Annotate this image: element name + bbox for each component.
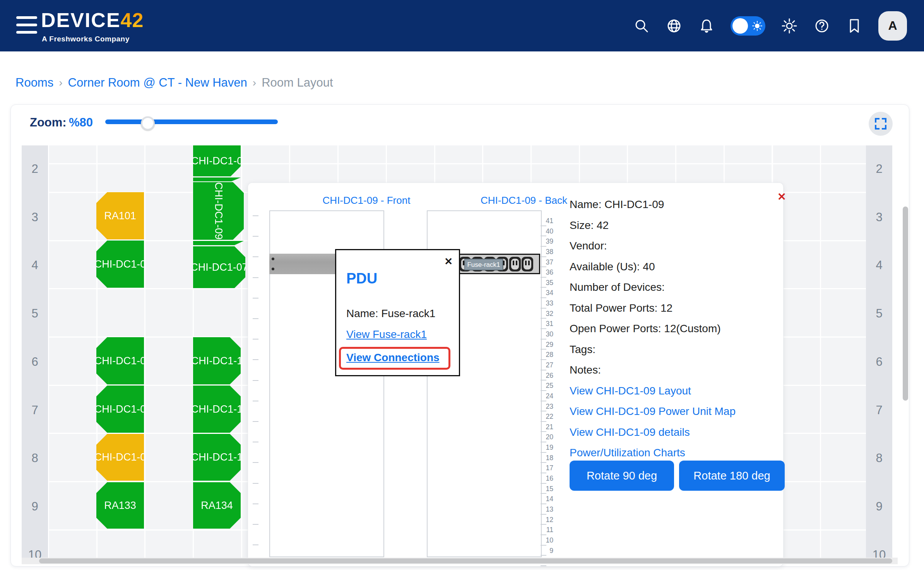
popup-title: PDU [346,270,377,287]
row-numbers-right: 2345678910 [866,145,892,560]
unit-number: 10 [542,535,555,546]
device42-logo[interactable]: DEVICE42 [41,10,144,30]
grid-row-number: 2 [22,162,48,176]
help-icon[interactable] [813,17,830,34]
unit-number: 13 [542,504,555,515]
rack-label: RA101 [104,210,136,222]
rack-label: CHI-DC1-07 [190,261,248,273]
vertical-scrollbar-thumb[interactable] [903,206,908,401]
unit-number: 41 [542,216,555,226]
info-link-0[interactable]: View CHI-DC1-09 Layout [570,385,691,398]
rack-chi-dc1-0[interactable]: CHI-DC1-0 [96,386,144,433]
breadcrumb-item-1[interactable]: Corner Room @ CT - New Haven [68,76,247,90]
popup-device-name: Name: Fuse-rack1 [346,307,435,320]
unit-number: 40 [542,226,555,237]
rack-detail-panel: CHI-DC1-09 - Front CHI-DC1-09 - Back 414… [248,183,783,566]
zoom-value: %80 [69,116,93,130]
unit-number: 28 [542,350,555,360]
info-field: Size: 42 [570,219,609,232]
unit-number: 35 [542,278,555,288]
grid-row-number: 6 [866,355,892,369]
pdu-device-tag: Fuse-rack1 [464,259,503,270]
grid-row-number: 5 [22,307,48,321]
rack-chi-dc1-1[interactable]: CHI-DC1-1 [193,386,241,433]
rack-label: CHI-DC1-1 [191,451,243,463]
zoom-slider[interactable] [105,119,278,124]
power-outlet-icon [509,257,521,271]
grid-row-number: 8 [22,451,48,465]
view-fuse-rack1-link[interactable]: View Fuse-rack1 [346,328,427,341]
bookmark-icon[interactable] [846,17,863,34]
rack-label: CHI-DC1-0 [94,403,146,415]
unit-number: 11 [542,525,555,535]
rotate-180-button[interactable]: Rotate 180 deg [679,461,785,491]
rack-chi-dc1-07[interactable]: CHI-DC1-07 [193,246,245,288]
unit-number: 18 [542,453,555,463]
breadcrumb-separator: › [253,77,256,89]
rack-chi-dc1-09[interactable]: CHI-DC1-09 [193,182,244,240]
grid-row-number: 5 [866,307,892,321]
rotate-90-button[interactable]: Rotate 90 deg [570,461,674,491]
device42-room-layout-page: DEVICE42 A Freshworks Company [0,0,924,570]
fullscreen-button[interactable] [869,112,893,136]
logo-brand: DEVICE [41,9,121,31]
rack-ra133[interactable]: RA133 [96,482,144,529]
info-panel-close-icon[interactable]: ✕ [777,191,786,203]
rack-label: RA134 [201,500,233,512]
rack-label: CHI-DC1-09 [212,182,224,240]
unit-number: 9 [542,546,555,556]
toggle-knob-icon [732,18,748,34]
popup-close-icon[interactable]: ✕ [444,256,453,268]
horizontal-scrollbar-thumb[interactable] [39,558,892,563]
info-field: Name: CHI-DC1-09 [570,198,664,212]
rack-chi-dc1-0[interactable]: CHI-DC1-0 [96,434,144,481]
info-link-1[interactable]: View CHI-DC1-09 Power Unit Map [570,405,736,418]
unit-number: 21 [542,422,555,432]
unit-number: 39 [542,236,555,247]
rack-label: CHI-DC1-0 [94,355,146,367]
navbar-icon-group: A [633,0,907,51]
horizontal-scrollbar[interactable] [22,558,898,564]
unit-number: 38 [542,247,555,257]
grid-row-number: 3 [22,210,48,224]
zoom-label: Zoom: [30,116,67,130]
info-field: Notes: [570,364,601,377]
rack-chi-dc1-0[interactable]: CHI-DC1-0 [193,145,241,176]
avatar[interactable]: A [878,11,907,41]
search-icon[interactable] [633,17,650,34]
grid-row-number: 2 [866,162,892,176]
view-connections-link[interactable]: View Connections [346,352,440,364]
rack-label: CHI-DC1-0 [94,451,146,463]
grid-row-number: 9 [22,500,48,514]
logo-brand-accent: 42 [121,9,144,31]
info-link-2[interactable]: View CHI-DC1-09 details [570,426,690,439]
globe-icon[interactable] [666,17,683,34]
rack-chi-dc1-0[interactable]: CHI-DC1-0 [96,241,144,288]
grid-row-number: 4 [866,258,892,272]
rack-chi-dc1-1[interactable]: CHI-DC1-1 [193,434,241,481]
zoom-slider-knob[interactable] [141,116,155,130]
theme-toggle[interactable] [731,16,765,36]
info-field: Vendor: [570,240,607,253]
rack-chi-dc1-1[interactable]: CHI-DC1-1 [193,337,241,384]
breadcrumb-item-0[interactable]: Rooms [15,76,53,90]
info-link-3[interactable]: Power/Utilization Charts [570,447,685,460]
rack-ra134[interactable]: RA134 [193,482,241,529]
grid-row-number: 6 [22,355,48,369]
rack-label: CHI-DC1-1 [191,403,243,415]
rack-front-unit-ticks [253,215,258,553]
bell-icon[interactable] [698,17,715,34]
info-field: Open Power Ports: 12(Custom) [570,323,721,336]
breadcrumb-separator: › [59,77,62,89]
rack-front-title: CHI-DC1-09 - Front [289,195,444,206]
menu-icon[interactable] [16,16,37,35]
rack-ra101[interactable]: RA101 [96,192,144,239]
unit-number: 26 [542,370,555,381]
unit-number: 14 [542,494,555,504]
rack-label: CHI-DC1-1 [191,355,243,367]
grid-row-number: 8 [866,451,892,465]
rack-chi-dc1-0[interactable]: CHI-DC1-0 [96,337,144,384]
unit-number: 37 [542,257,555,268]
unit-number: 27 [542,360,555,370]
gear-icon[interactable] [781,17,798,34]
